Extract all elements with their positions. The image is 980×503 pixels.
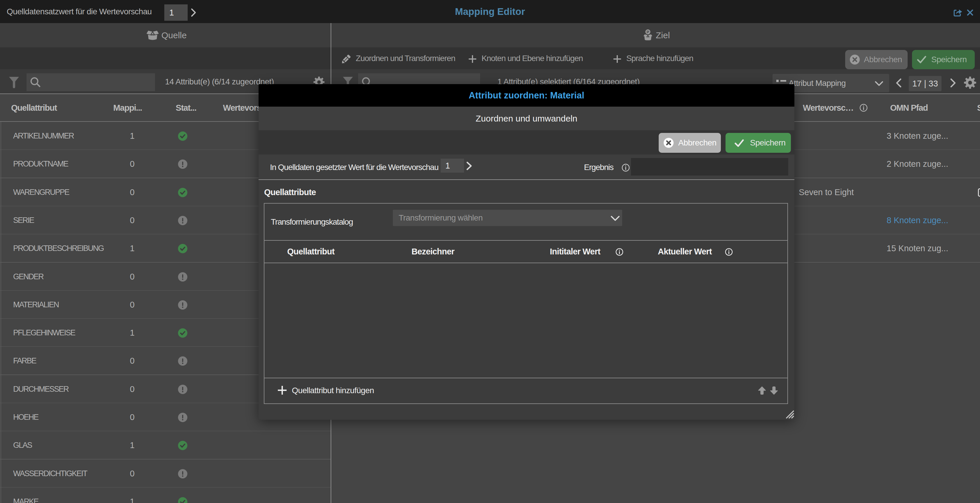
svg-text:P: P [646,30,649,34]
